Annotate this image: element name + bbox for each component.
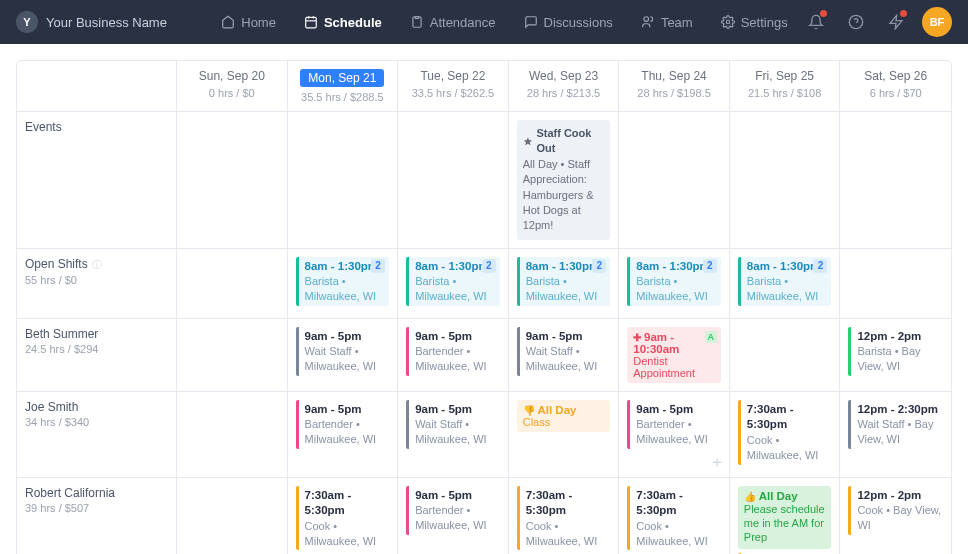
nav-items: Home Schedule Attendance Discussions Tea… — [207, 7, 802, 38]
schedule-grid: Sun, Sep 20 0 hrs / $0 Mon, Sep 21 35.5 … — [16, 60, 952, 554]
shift-block[interactable]: 12pm - 2pm Cook • Bay View, WI — [848, 486, 943, 535]
beth-wed[interactable]: 9am - 5pm Wait Staff • Milwaukee, WI — [509, 319, 620, 392]
day-header-wed[interactable]: Wed, Sep 23 28 hrs / $213.5 — [509, 61, 620, 112]
open-shift[interactable]: 8am - 1:30pm Barista • Milwaukee, WI 2 — [627, 257, 721, 306]
open-thu[interactable]: 8am - 1:30pm Barista • Milwaukee, WI 2 — [619, 249, 730, 319]
joe-thu[interactable]: 9am - 5pm Bartender • Milwaukee, WI ＋ — [619, 392, 730, 478]
shift-block[interactable]: 7:30am - 5:30pm Cook • Milwaukee, WI — [517, 486, 611, 551]
robert-mon[interactable]: 7:30am - 5:30pm Cook • Milwaukee, WI — [288, 478, 399, 554]
open-shift[interactable]: 8am - 1:30pm Barista • Milwaukee, WI 2 — [517, 257, 611, 306]
shift-block[interactable]: 9am - 5pm Bartender • Milwaukee, WI — [406, 327, 500, 376]
open-sun[interactable] — [177, 249, 288, 319]
nav-settings-label: Settings — [741, 15, 788, 30]
joe-wed[interactable]: 👎 All Day Class — [509, 392, 620, 478]
preference-block[interactable]: 👍 All Day Please schedule me in the AM f… — [738, 486, 832, 549]
open-tue[interactable]: 8am - 1:30pm Barista • Milwaukee, WI 2 — [398, 249, 509, 319]
shift-info: Dentist Appointment — [633, 355, 715, 379]
day-header-fri[interactable]: Fri, Sep 25 21.5 hrs / $108 — [730, 61, 841, 112]
open-sat[interactable] — [840, 249, 951, 319]
events-tue[interactable] — [398, 112, 509, 249]
beth-fri[interactable] — [730, 319, 841, 392]
robert-fri[interactable]: 👍 All Day Please schedule me in the AM f… — [730, 478, 841, 554]
shift-block[interactable]: 7:30am - 5:30pm Cook • Milwaukee, WI — [627, 486, 721, 551]
shift-info: Please schedule me in the AM for Prep — [744, 502, 826, 545]
day-header-sun[interactable]: Sun, Sep 20 0 hrs / $0 — [177, 61, 288, 112]
shift-time: 7:30am - 5:30pm — [305, 488, 390, 519]
shift-block[interactable]: 7:30am - 5:30pm Cook • Milwaukee, WI — [738, 400, 832, 465]
notifications-button[interactable] — [802, 8, 830, 36]
joe-sat[interactable]: 12pm - 2:30pm Wait Staff • Bay View, WI — [840, 392, 951, 478]
joe-mon[interactable]: 9am - 5pm Bartender • Milwaukee, WI — [288, 392, 399, 478]
shift-info: Class — [523, 416, 605, 428]
add-shift-button[interactable]: ＋ — [709, 452, 725, 473]
open-shift[interactable]: 8am - 1:30pm Barista • Milwaukee, WI 2 — [406, 257, 500, 306]
nav-settings[interactable]: Settings — [709, 7, 800, 38]
day-header-thu[interactable]: Thu, Sep 24 28 hrs / $198.5 — [619, 61, 730, 112]
row-meta: 34 hrs / $340 — [25, 416, 168, 428]
joe-sun[interactable] — [177, 392, 288, 478]
nav-schedule[interactable]: Schedule — [292, 7, 394, 38]
open-fri[interactable]: 8am - 1:30pm Barista • Milwaukee, WI 2 — [730, 249, 841, 319]
joe-tue[interactable]: 9am - 5pm Wait Staff • Milwaukee, WI — [398, 392, 509, 478]
robert-thu[interactable]: 7:30am - 5:30pm Cook • Milwaukee, WI — [619, 478, 730, 554]
events-sat[interactable] — [840, 112, 951, 249]
shift-block[interactable]: 12pm - 2pm Barista • Bay View, WI — [848, 327, 943, 376]
help-icon[interactable]: ⓘ — [92, 259, 102, 270]
shift-block[interactable]: 12pm - 2:30pm Wait Staff • Bay View, WI — [848, 400, 943, 449]
event-staff-cookout[interactable]: Staff Cook Out All Day • Staff Appreciat… — [517, 120, 611, 240]
shift-block[interactable]: 7:30am - 5:30pm Cook • Milwaukee, WI — [296, 486, 390, 551]
robert-tue[interactable]: 9am - 5pm Bartender • Milwaukee, WI — [398, 478, 509, 554]
beth-thu[interactable]: ✚ 9am - 10:30am Dentist Appointment A — [619, 319, 730, 392]
activity-dot — [900, 10, 907, 17]
day-header-tue[interactable]: Tue, Sep 22 33.5 hrs / $262.5 — [398, 61, 509, 112]
joe-fri[interactable]: 7:30am - 5:30pm Cook • Milwaukee, WI — [730, 392, 841, 478]
day-header-sat[interactable]: Sat, Sep 26 6 hrs / $70 — [840, 61, 951, 112]
events-mon[interactable] — [288, 112, 399, 249]
events-fri[interactable] — [730, 112, 841, 249]
shift-info: Bartender • Milwaukee, WI — [636, 417, 721, 447]
shift-block[interactable]: 9am - 5pm Wait Staff • Milwaukee, WI — [296, 327, 390, 376]
day-header-mon[interactable]: Mon, Sep 21 35.5 hrs / $288.5 — [288, 61, 399, 112]
help-button[interactable] — [842, 8, 870, 36]
header-empty — [17, 61, 177, 112]
beth-sat[interactable]: 12pm - 2pm Barista • Bay View, WI — [840, 319, 951, 392]
beth-mon[interactable]: 9am - 5pm Wait Staff • Milwaukee, WI — [288, 319, 399, 392]
day-label: Sat, Sep 26 — [848, 69, 943, 83]
appointment-block[interactable]: ✚ 9am - 10:30am Dentist Appointment A — [627, 327, 721, 383]
robert-sat[interactable]: 12pm - 2pm Cook • Bay View, WI — [840, 478, 951, 554]
events-thu[interactable] — [619, 112, 730, 249]
user-avatar[interactable]: BF — [922, 7, 952, 37]
shift-block[interactable]: 9am - 5pm Bartender • Milwaukee, WI — [406, 486, 500, 535]
shift-block[interactable]: 9am - 5pm Wait Staff • Milwaukee, WI — [517, 327, 611, 376]
nav-attendance[interactable]: Attendance — [398, 7, 508, 38]
activity-button[interactable] — [882, 8, 910, 36]
shift-block[interactable]: 9am - 5pm Bartender • Milwaukee, WI — [296, 400, 390, 449]
robert-wed[interactable]: 7:30am - 5:30pm Cook • Milwaukee, WI — [509, 478, 620, 554]
beth-sun[interactable] — [177, 319, 288, 392]
row-label-joe[interactable]: Joe Smith 34 hrs / $340 — [17, 392, 177, 478]
robert-sun[interactable] — [177, 478, 288, 554]
open-mon[interactable]: 8am - 1:30pm Barista • Milwaukee, WI 2 — [288, 249, 399, 319]
row-label-beth[interactable]: Beth Summer 24.5 hrs / $294 — [17, 319, 177, 392]
brand[interactable]: Y Your Business Name — [16, 11, 167, 33]
beth-tue[interactable]: 9am - 5pm Bartender • Milwaukee, WI — [398, 319, 509, 392]
clipboard-icon — [410, 15, 424, 29]
nav-home[interactable]: Home — [209, 7, 288, 38]
shift-block[interactable]: 9am - 5pm Wait Staff • Milwaukee, WI — [406, 400, 500, 449]
open-shift[interactable]: 8am - 1:30pm Barista • Milwaukee, WI 2 — [296, 257, 390, 306]
event-title: Staff Cook Out — [536, 126, 604, 157]
shift-info: Barista • Milwaukee, WI — [415, 274, 500, 304]
star-icon — [523, 136, 533, 147]
allday-block[interactable]: 👎 All Day Class — [517, 400, 611, 432]
row-name: Robert California — [25, 486, 168, 500]
events-sun[interactable] — [177, 112, 288, 249]
nav-right-icons: BF — [802, 7, 952, 37]
nav-team[interactable]: Team — [629, 7, 705, 38]
nav-discussions[interactable]: Discussions — [512, 7, 625, 38]
row-label-robert[interactable]: Robert California 39 hrs / $507 — [17, 478, 177, 554]
nav-attendance-label: Attendance — [430, 15, 496, 30]
shift-block[interactable]: 9am - 5pm Bartender • Milwaukee, WI — [627, 400, 721, 449]
events-wed[interactable]: Staff Cook Out All Day • Staff Appreciat… — [509, 112, 620, 249]
open-shift[interactable]: 8am - 1:30pm Barista • Milwaukee, WI 2 — [738, 257, 832, 306]
open-wed[interactable]: 8am - 1:30pm Barista • Milwaukee, WI 2 — [509, 249, 620, 319]
